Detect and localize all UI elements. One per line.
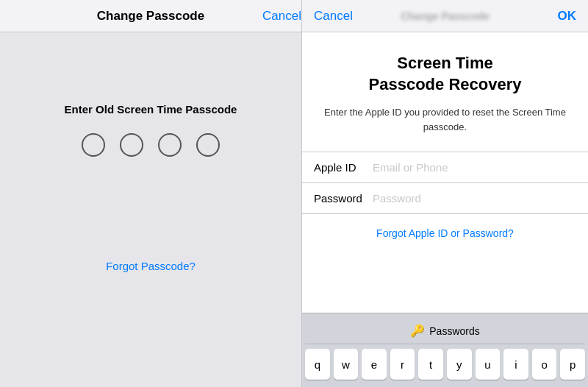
- passcode-dot-container: [82, 133, 220, 157]
- left-panel: Change Passcode Cancel Enter Old Screen …: [0, 0, 301, 387]
- key-t[interactable]: t: [418, 349, 443, 380]
- right-cancel-button[interactable]: Cancel: [314, 9, 353, 24]
- password-row: Password: [302, 183, 588, 214]
- right-ok-button[interactable]: OK: [558, 9, 577, 24]
- key-u[interactable]: u: [476, 349, 501, 380]
- key-p[interactable]: p: [560, 349, 585, 380]
- modal-title-area: Screen TimePasscode Recovery Enter the A…: [302, 32, 588, 146]
- key-q[interactable]: q: [305, 349, 330, 380]
- key-w[interactable]: w: [334, 349, 359, 380]
- left-nav-bar: Change Passcode Cancel: [0, 0, 301, 32]
- modal-form: Apple ID Password: [302, 152, 588, 214]
- left-cancel-button[interactable]: Cancel: [262, 9, 301, 24]
- passcode-dot-4: [196, 133, 220, 157]
- left-nav-title: Change Passcode: [0, 9, 301, 24]
- keyboard-row-1: q w e r t y u i o p: [305, 349, 585, 380]
- suggestion-bar: 🔑 Passwords: [305, 319, 585, 344]
- passcode-dot-2: [120, 133, 143, 157]
- key-r[interactable]: r: [390, 349, 415, 380]
- key-i[interactable]: i: [503, 349, 528, 380]
- modal-title: Screen TimePasscode Recovery: [324, 53, 566, 95]
- apple-id-input[interactable]: [373, 161, 576, 174]
- keyboard-area: 🔑 Passwords q w e r t y u i o p: [302, 313, 588, 387]
- passcode-dot-1: [82, 133, 105, 157]
- password-label: Password: [314, 192, 373, 205]
- apple-id-label: Apple ID: [314, 161, 373, 174]
- forgot-apple-id-link[interactable]: Forgot Apple ID or Password?: [302, 214, 588, 252]
- right-nav-bar: Cancel Change Passcode OK: [302, 0, 588, 32]
- right-panel: Cancel Change Passcode OK Screen TimePas…: [301, 0, 588, 387]
- left-content: Enter Old Screen Time Passcode Forgot Pa…: [0, 32, 301, 387]
- right-nav-blurred-title: Change Passcode: [401, 10, 490, 22]
- passcode-prompt-label: Enter Old Screen Time Passcode: [65, 103, 237, 116]
- apple-id-row: Apple ID: [302, 152, 588, 183]
- password-input[interactable]: [373, 192, 576, 205]
- suggestion-icon: 🔑: [410, 324, 425, 338]
- suggestion-text: Passwords: [429, 325, 479, 337]
- key-e[interactable]: e: [362, 349, 387, 380]
- passcode-dot-3: [158, 133, 182, 157]
- modal-subtitle: Enter the Apple ID you provided to reset…: [324, 105, 566, 134]
- key-o[interactable]: o: [532, 349, 557, 380]
- key-y[interactable]: y: [447, 349, 472, 380]
- forgot-passcode-link[interactable]: Forgot Passcode?: [106, 260, 196, 272]
